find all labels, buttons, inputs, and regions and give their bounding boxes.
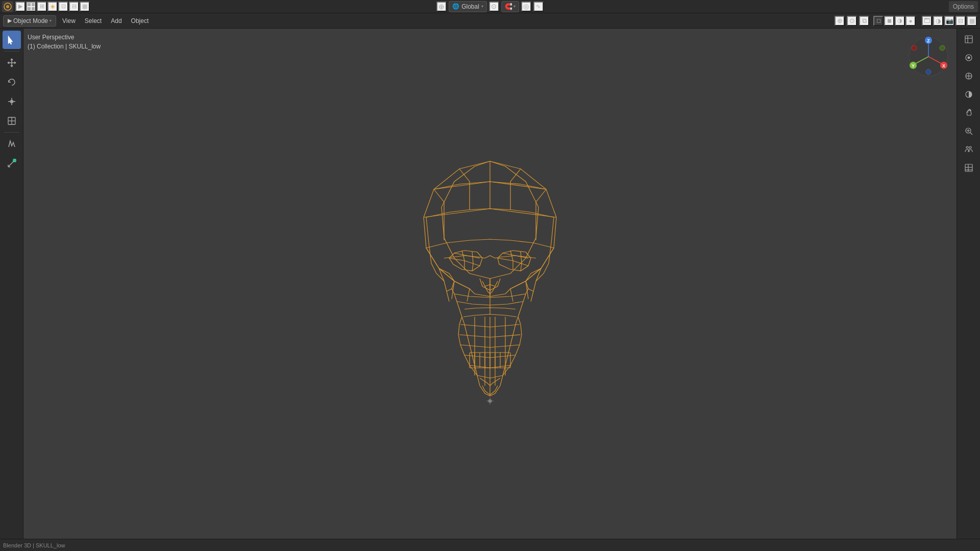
svg-rect-5 xyxy=(32,7,35,10)
svg-rect-4 xyxy=(28,7,31,10)
transform-tool-button[interactable] xyxy=(3,112,21,130)
transform-orientation-select[interactable]: 🌐 Global ▾ xyxy=(449,1,487,12)
viewport-info-overlay: User Perspective (1) Collection | SKULL_… xyxy=(28,33,101,51)
header-right-controls: ⊕ ⊙ ⧉ ◻ ◼ ◑ ● 🗔 ◑ 📷 ⊟ ▦ xyxy=(835,16,977,26)
top-application-bar: ▶ ⊞ ◈ ⊡ ⊟ ▦ ⊕ 🌐 Global ▾ ⊙ xyxy=(0,0,980,13)
svg-rect-3 xyxy=(32,3,35,6)
proportional-edit-icon[interactable]: ◎ xyxy=(521,2,531,12)
viewport-gizmo-button[interactable]: ⊕ xyxy=(835,16,845,26)
scene-properties-icon[interactable]: ▦ xyxy=(967,16,977,26)
toolbar-icon-7[interactable]: ▦ xyxy=(80,2,90,12)
mode-selector[interactable]: ▶ Object Mode ▾ xyxy=(3,15,56,27)
editor-type-icons: 🗔 ◑ 📷 ⊟ ▦ xyxy=(922,16,977,26)
mode-label: Object Mode xyxy=(13,17,48,24)
view3d-icon[interactable]: 🗔 xyxy=(922,16,932,26)
svg-rect-2 xyxy=(28,3,31,6)
top-bar-right-controls: Options xyxy=(949,1,978,12)
snap-icon-left[interactable]: ⊕ xyxy=(436,2,447,12)
right-shading-button[interactable] xyxy=(960,86,977,103)
shading-solid-btn[interactable]: ◼ xyxy=(884,16,894,26)
svg-point-48 xyxy=(966,146,968,148)
xray-toggle-button[interactable]: ⧉ xyxy=(859,16,869,26)
svg-point-24 xyxy=(926,69,931,74)
svg-point-49 xyxy=(969,146,971,148)
options-button[interactable]: Options xyxy=(949,1,978,12)
shading-wireframe-btn[interactable]: ◻ xyxy=(873,16,884,26)
shading-rendered-btn[interactable]: ● xyxy=(905,16,916,26)
add-menu[interactable]: Add xyxy=(108,15,125,27)
app-menu-button[interactable] xyxy=(2,1,13,12)
toolbar-group-1: ▶ ⊞ ◈ ⊡ ⊟ ▦ xyxy=(14,2,91,12)
pivot-icon[interactable]: ⊙ xyxy=(489,2,499,12)
toolbar-icon-1[interactable]: ▶ xyxy=(15,2,26,12)
zoom-button[interactable] xyxy=(960,122,977,140)
svg-point-41 xyxy=(968,57,970,59)
toolbar-icon-2[interactable] xyxy=(26,2,36,12)
svg-text:Y: Y xyxy=(912,63,915,68)
collection-label: (1) Collection | SKULL_low xyxy=(28,42,101,51)
svg-point-26 xyxy=(940,45,945,51)
viewport-overlay-button[interactable]: ⊙ xyxy=(847,16,857,26)
view-menu[interactable]: View xyxy=(59,15,79,27)
scale-tool-button[interactable] xyxy=(3,92,21,111)
status-text: Blender 3D | SKULL_low xyxy=(3,542,65,548)
svg-rect-50 xyxy=(965,164,972,171)
svg-text:X: X xyxy=(942,63,945,68)
select-tool-button[interactable] xyxy=(3,31,21,49)
annotate-tool-button[interactable] xyxy=(3,135,21,153)
render-button[interactable] xyxy=(960,49,977,66)
left-toolbar xyxy=(0,29,23,539)
rotate-tool-button[interactable] xyxy=(3,73,21,91)
people-button[interactable] xyxy=(960,141,977,158)
svg-line-45 xyxy=(970,133,972,135)
toolbar-icon-4[interactable]: ◈ xyxy=(47,2,58,12)
render-properties-icon[interactable]: 📷 xyxy=(944,16,954,26)
navigation-gizmo[interactable]: Z X Y xyxy=(905,34,951,80)
toolbar-icon-5[interactable]: ⊡ xyxy=(58,2,68,12)
svg-point-1 xyxy=(6,5,9,8)
object-menu[interactable]: Object xyxy=(128,15,152,27)
toolbar-icon-6[interactable]: ⊟ xyxy=(69,2,79,12)
toolbar-icon-3[interactable]: ⊞ xyxy=(37,2,47,12)
skull-wireframe xyxy=(403,151,577,406)
perspective-label: User Perspective xyxy=(28,33,101,42)
move-tool-button[interactable] xyxy=(3,54,21,72)
viewport-header: ▶ Object Mode ▾ View Select Add Object ⊕… xyxy=(0,13,980,29)
output-properties-icon[interactable]: ⊟ xyxy=(955,16,966,26)
svg-point-25 xyxy=(912,45,917,51)
shading-material-btn[interactable]: ◑ xyxy=(895,16,905,26)
orientation-label: Global xyxy=(461,3,479,10)
svg-rect-37 xyxy=(965,36,972,43)
shader-editor-icon[interactable]: ◑ xyxy=(933,16,943,26)
proportional-falloff-icon[interactable]: ∿ xyxy=(533,2,544,12)
compositor-button[interactable] xyxy=(960,67,977,85)
right-sidebar xyxy=(957,29,980,539)
snap-group[interactable]: 🧲 ▾ xyxy=(501,1,519,12)
measure-tool-button[interactable] xyxy=(3,154,21,172)
top-bar-left-icons: ▶ ⊞ ◈ ⊡ ⊟ ▦ xyxy=(2,1,91,12)
svg-rect-13 xyxy=(13,159,16,162)
bottom-status-bar: Blender 3D | SKULL_low xyxy=(0,539,980,551)
orientation-arrow: ▾ xyxy=(481,4,483,9)
toolbar-separator-2 xyxy=(4,132,19,133)
select-menu[interactable]: Select xyxy=(82,15,105,27)
hand-tool-button[interactable] xyxy=(960,104,977,121)
top-bar-center-controls: ⊕ 🌐 Global ▾ ⊙ 🧲 ▾ ◎ ∿ xyxy=(436,1,544,12)
snap-magnet-icon: 🧲 xyxy=(505,3,512,10)
table-button[interactable] xyxy=(960,159,977,177)
svg-text:Z: Z xyxy=(927,38,930,43)
3d-viewport[interactable]: User Perspective (1) Collection | SKULL_… xyxy=(23,29,957,539)
toolbar-separator-1 xyxy=(4,51,19,52)
view-layer-button[interactable] xyxy=(960,31,977,48)
shading-mode-group: ◻ ◼ ◑ ● xyxy=(873,16,916,26)
